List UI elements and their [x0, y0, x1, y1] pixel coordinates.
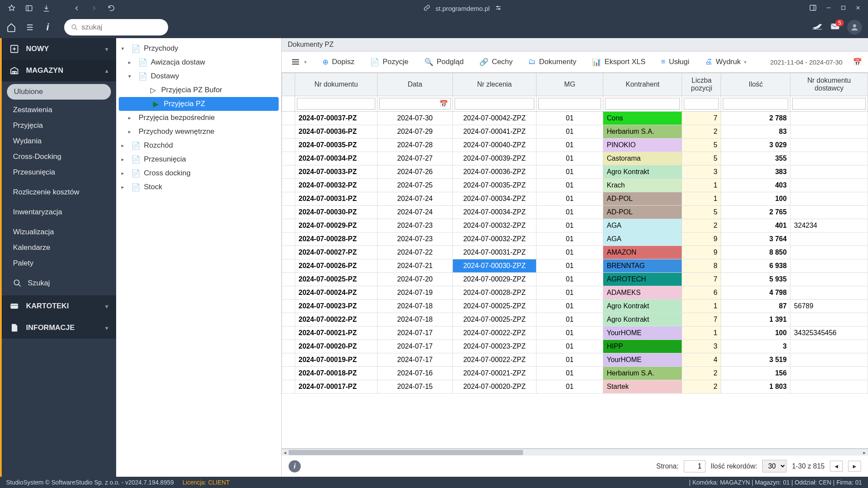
- tree-cross[interactable]: ▸📄Cross docking: [116, 166, 281, 180]
- dokumenty-button[interactable]: 🗂Dokumenty: [526, 56, 579, 68]
- search-input[interactable]: [81, 23, 161, 32]
- table-row[interactable]: 2024-07-00023-PZ2024-07-182024-07-00025-…: [282, 300, 868, 313]
- table-row[interactable]: 2024-07-00030-PZ2024-07-242024-07-00034-…: [282, 206, 868, 219]
- calendar-icon[interactable]: 📅: [439, 100, 448, 108]
- filter-liczba[interactable]: [684, 98, 719, 110]
- horizontal-scrollbar[interactable]: ◂ ▸: [282, 449, 868, 456]
- filter-ilosc[interactable]: [723, 98, 788, 110]
- tree-pz[interactable]: ▶Przyjęcia PZ: [119, 97, 279, 111]
- sidebar-informacje[interactable]: INFORMACJE ▾: [2, 317, 116, 339]
- filter-nrzlec[interactable]: [455, 98, 535, 110]
- col-nrdost[interactable]: Nr dokumentu dostawcy: [790, 73, 868, 96]
- sidebar-item-zestawienia[interactable]: Zestawienia: [2, 102, 116, 118]
- sidebar-item-rozliczenie[interactable]: Rozliczenie kosztów: [2, 184, 116, 200]
- close-window-icon[interactable]: [855, 5, 861, 12]
- table-row[interactable]: 2024-07-00036-PZ2024-07-292024-07-00041-…: [282, 125, 868, 139]
- split-icon[interactable]: [809, 4, 817, 13]
- sidebar-nowy[interactable]: NOWY ▾: [2, 38, 116, 60]
- sidebar-magazyn[interactable]: MAGAZYN ▴: [2, 60, 116, 81]
- tree-rozchod[interactable]: ▸📄Rozchód: [116, 139, 281, 152]
- tree-awizacja[interactable]: ▸📄Awizacja dostaw: [116, 55, 281, 69]
- cechy-button[interactable]: 🔗Cechy: [477, 56, 515, 68]
- table-row[interactable]: 2024-07-00032-PZ2024-07-252024-07-00035-…: [282, 179, 868, 192]
- table-row[interactable]: 2024-07-00021-PZ2024-07-172024-07-00022-…: [282, 326, 868, 340]
- table-row[interactable]: 2024-07-00035-PZ2024-07-282024-07-00040-…: [282, 139, 868, 152]
- list-icon[interactable]: [24, 22, 35, 32]
- uslugi-button[interactable]: ≡Usługi: [659, 56, 692, 68]
- sidebar-item-przyjecia[interactable]: Przyjęcia: [2, 118, 116, 133]
- next-page-button[interactable]: ▸: [848, 461, 861, 472]
- tree-przychody[interactable]: ▾📄Przychody: [116, 42, 281, 55]
- filter-mg[interactable]: [538, 98, 601, 110]
- eksport-button[interactable]: 📊Eksport XLS: [589, 56, 648, 68]
- wydruk-button[interactable]: 🖨Wydruk▾: [702, 56, 749, 68]
- scroll-left-icon[interactable]: ◂: [282, 449, 289, 456]
- minimize-icon[interactable]: [826, 5, 832, 12]
- scroll-right-icon[interactable]: ▸: [861, 449, 868, 456]
- col-nrzlec[interactable]: Nr zlecenia: [452, 73, 536, 96]
- menu-button[interactable]: ▾: [288, 55, 309, 69]
- home-icon[interactable]: [6, 22, 16, 32]
- table-row[interactable]: 2024-07-00020-PZ2024-07-172024-07-00023-…: [282, 340, 868, 353]
- tree-bufor[interactable]: ▷Przyjęcia PZ Bufor: [116, 83, 281, 97]
- table-row[interactable]: 2024-07-00019-PZ2024-07-172024-07-00022-…: [282, 353, 868, 367]
- col-liczba[interactable]: Liczba pozycji: [682, 73, 721, 96]
- table-row[interactable]: 2024-07-00037-PZ2024-07-302024-07-00042-…: [282, 112, 868, 125]
- table-row[interactable]: 2024-07-00017-PZ2024-07-152024-07-00020-…: [282, 380, 868, 394]
- table-row[interactable]: 2024-07-00028-PZ2024-07-232024-07-00032-…: [282, 233, 868, 246]
- table-row[interactable]: 2024-07-00026-PZ2024-07-212024-07-00030-…: [282, 259, 868, 273]
- tree-wew[interactable]: ▸Przychody wewnętrzne: [116, 125, 281, 139]
- sidebar-item-kalendarze[interactable]: Kalendarze: [2, 240, 116, 255]
- table-row[interactable]: 2024-07-00027-PZ2024-07-222024-07-00031-…: [282, 246, 868, 259]
- col-mg[interactable]: MG: [536, 73, 603, 96]
- table-row[interactable]: 2024-07-00029-PZ2024-07-232024-07-00032-…: [282, 219, 868, 233]
- info-icon[interactable]: i: [289, 460, 301, 472]
- sidebar-item-wizualizacja[interactable]: Wizualizacja: [2, 224, 116, 240]
- sidebar-item-inwentaryzacja[interactable]: Inwentaryzacja: [2, 204, 116, 220]
- sidebar-item-palety[interactable]: Palety: [2, 255, 116, 271]
- prev-page-button[interactable]: ◂: [830, 461, 843, 472]
- filter-nrdost[interactable]: [792, 98, 866, 110]
- user-avatar[interactable]: [847, 20, 862, 35]
- tree-stock[interactable]: ▸📄Stock: [116, 180, 281, 194]
- filter-nrdok[interactable]: [297, 98, 375, 110]
- col-kontrahent[interactable]: Kontrahent: [603, 73, 682, 96]
- dopisz-button[interactable]: ⊕Dopisz: [320, 56, 357, 68]
- sidebar-item-szukaj[interactable]: Szukaj: [2, 275, 116, 291]
- maximize-icon[interactable]: [840, 5, 846, 12]
- page-input[interactable]: [684, 460, 705, 472]
- calendar-icon[interactable]: 📅: [853, 58, 862, 67]
- col-ilosc[interactable]: Ilość: [721, 73, 790, 96]
- sidebar-kartoteki[interactable]: KARTOTEKI ▾: [2, 295, 116, 317]
- reload-icon[interactable]: [107, 3, 116, 13]
- records-select[interactable]: 30: [762, 460, 787, 472]
- sidebar-item-przesuniecia[interactable]: Przesunięcia: [2, 165, 116, 180]
- mail-icon[interactable]: 5: [830, 21, 840, 33]
- pozycje-button[interactable]: 📄Pozycje: [367, 56, 411, 68]
- date-range[interactable]: 2021-11-04 - 2024-07-30: [770, 58, 842, 66]
- podglad-button[interactable]: 🔍Podgląd: [422, 56, 466, 68]
- tree-bezposr[interactable]: ▸Przyjęcia bezpośrednie: [116, 111, 281, 125]
- table-row[interactable]: 2024-07-00034-PZ2024-07-272024-07-00039-…: [282, 152, 868, 165]
- departure-icon[interactable]: [812, 21, 823, 34]
- filter-kontrahent[interactable]: [605, 98, 680, 110]
- tree-dostawy[interactable]: ▾📄Dostawy: [116, 69, 281, 83]
- back-arrow-icon[interactable]: [72, 3, 81, 13]
- forward-arrow-icon[interactable]: [89, 3, 99, 13]
- tree-przesun[interactable]: ▸📄Przesunięcia: [116, 152, 281, 166]
- table-row[interactable]: 2024-07-00025-PZ2024-07-202024-07-00029-…: [282, 273, 868, 286]
- table-row[interactable]: 2024-07-00033-PZ2024-07-262024-07-00036-…: [282, 165, 868, 179]
- table-row[interactable]: 2024-07-00024-PZ2024-07-192024-07-00028-…: [282, 286, 868, 300]
- download-icon[interactable]: [42, 3, 51, 13]
- panel-toggle-icon[interactable]: [24, 3, 34, 13]
- scroll-thumb[interactable]: [289, 450, 523, 455]
- col-nrdok[interactable]: Nr dokumentu: [295, 73, 377, 96]
- table-row[interactable]: 2024-07-00022-PZ2024-07-182024-07-00025-…: [282, 313, 868, 326]
- settings-icon[interactable]: [495, 4, 502, 13]
- app-icon[interactable]: [7, 3, 16, 13]
- sidebar-item-crossdocking[interactable]: Cross-Docking: [2, 149, 116, 165]
- info-icon[interactable]: i: [42, 22, 53, 32]
- sidebar-item-ulubione[interactable]: Ulubione: [7, 84, 111, 100]
- url-text[interactable]: st.programdemo.pl: [436, 5, 490, 12]
- col-data[interactable]: Data: [377, 73, 452, 96]
